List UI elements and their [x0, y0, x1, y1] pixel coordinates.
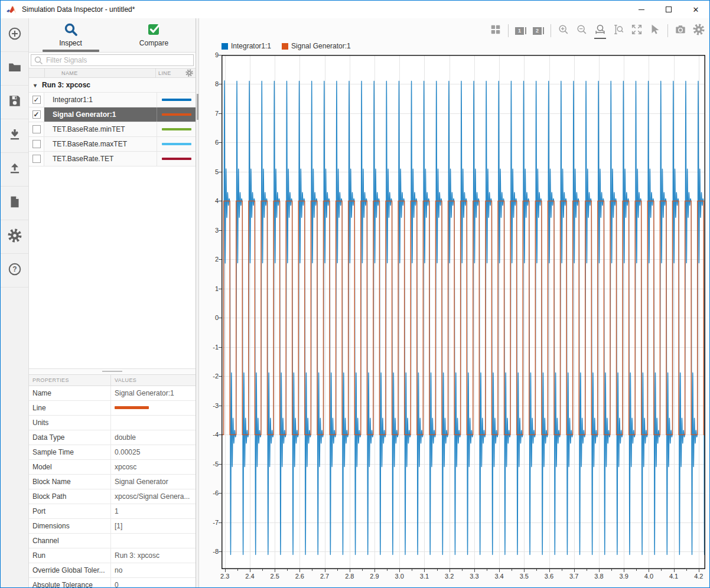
x-major-tick-mark: [524, 569, 525, 572]
pointer-button[interactable]: [649, 24, 661, 38]
signal-line-cell[interactable]: [157, 137, 196, 151]
signal-checkbox[interactable]: [32, 125, 41, 133]
y-tick-mark: [219, 55, 222, 55]
signals-panel: Inspect Compare: [29, 18, 196, 587]
plot-settings-button[interactable]: [693, 24, 705, 38]
signal-line-swatch: [162, 113, 191, 116]
property-value[interactable]: 0.00025: [110, 445, 196, 459]
save-session-button[interactable]: [1, 86, 28, 119]
property-label: Line: [29, 401, 110, 415]
preferences-button[interactable]: [1, 220, 28, 254]
signal-line-cell[interactable]: [157, 122, 196, 136]
tab-compare[interactable]: Compare: [112, 18, 196, 52]
property-label: Units: [29, 416, 110, 430]
zoom-out-button[interactable]: [576, 24, 588, 38]
signal-checkbox[interactable]: ✓: [32, 96, 41, 104]
panel-tabs: Inspect Compare: [29, 18, 196, 53]
property-value[interactable]: xpcosc: [110, 460, 196, 474]
signal-name[interactable]: TET.BaseRate.maxTET: [44, 137, 157, 151]
signal-line-cell[interactable]: [157, 93, 196, 107]
signal-name[interactable]: Signal Generator:1: [44, 107, 157, 122]
property-value[interactable]: 0: [110, 578, 196, 588]
signal-line-cell[interactable]: [157, 107, 196, 122]
y-tick-mark: [219, 318, 222, 318]
property-row: Absolute Tolerance0: [29, 578, 196, 588]
cursor-one-button[interactable]: 1: [515, 27, 526, 35]
signal-row[interactable]: TET.BaseRate.maxTET: [29, 137, 196, 152]
property-label: Absolute Tolerance: [29, 578, 110, 588]
property-value[interactable]: double: [110, 430, 196, 445]
column-settings-gear-icon[interactable]: [185, 69, 193, 77]
zoom-in-time-button[interactable]: [594, 24, 606, 38]
property-value[interactable]: xpcosc/Signal Genera...: [110, 489, 196, 504]
y-tick-mark: [219, 522, 222, 523]
collapse-arrow-icon[interactable]: ▾: [34, 82, 40, 89]
panel-scrollbar-thumb[interactable]: [197, 94, 198, 120]
property-value[interactable]: 1: [110, 504, 196, 518]
fit-to-view-icon: [631, 24, 643, 38]
signal-checkbox[interactable]: [32, 155, 41, 163]
x-minor-tick-mark: [661, 569, 662, 571]
name-column-header[interactable]: NAME: [44, 68, 155, 77]
signal-name[interactable]: TET.BaseRate.minTET: [44, 122, 157, 136]
layout-button[interactable]: [490, 24, 501, 38]
properties-header: PROPERTIES VALUES: [29, 374, 196, 386]
property-value[interactable]: [1]: [110, 519, 196, 533]
signal-line-cell[interactable]: [157, 152, 196, 166]
property-value[interactable]: Signal Generator: [110, 475, 196, 489]
filter-signals-input[interactable]: [46, 56, 193, 64]
cursor-two-button[interactable]: 2: [533, 27, 544, 35]
signal-row[interactable]: ✓Signal Generator:1: [29, 107, 196, 122]
x-minor-tick-mark: [312, 569, 312, 571]
new-session-button[interactable]: [1, 18, 28, 52]
close-button[interactable]: ✕: [682, 1, 709, 18]
property-value[interactable]: no: [110, 563, 196, 577]
signal-line-swatch: [162, 158, 191, 160]
signal-checkbox[interactable]: [32, 140, 41, 148]
export-data-icon: [8, 161, 22, 178]
property-value[interactable]: Signal Generator:1: [110, 386, 196, 400]
cursor-one-bar: [525, 27, 526, 34]
import-data-button[interactable]: [1, 119, 28, 153]
signal-checkbox-cell: [29, 152, 44, 166]
open-session-button[interactable]: [1, 52, 28, 86]
x-tick-label: 3.0: [395, 573, 404, 580]
create-report-button[interactable]: [1, 187, 28, 220]
property-row: Block NameSignal Generator: [29, 475, 196, 489]
export-data-button[interactable]: [1, 153, 28, 187]
help-button[interactable]: ?: [1, 254, 28, 288]
x-major-tick-mark: [549, 569, 550, 572]
signal-name[interactable]: Integrator1:1: [44, 93, 157, 107]
x-minor-tick-mark: [512, 569, 512, 571]
maximize-button[interactable]: [655, 1, 682, 18]
property-value[interactable]: [110, 416, 196, 430]
y-tick-mark: [219, 464, 222, 465]
signal-row[interactable]: TET.BaseRate.TET: [29, 152, 196, 166]
property-label: Block Name: [29, 475, 110, 489]
property-value[interactable]: [110, 401, 196, 415]
horizontal-splitter[interactable]: [29, 368, 196, 374]
property-label: Dimensions: [29, 519, 110, 533]
signal-row[interactable]: TET.BaseRate.minTET: [29, 122, 196, 137]
signal-checkbox[interactable]: ✓: [32, 110, 41, 119]
x-minor-tick-mark: [611, 569, 612, 571]
signal-line-swatch: [162, 143, 191, 145]
property-value[interactable]: Run 3: xpcosc: [110, 548, 196, 563]
property-value[interactable]: [110, 534, 196, 548]
line-column-header[interactable]: LINE: [155, 68, 183, 77]
run-group-row[interactable]: ▾ Run 3: xpcosc: [29, 78, 196, 93]
snapshot-button[interactable]: [675, 24, 686, 38]
maximize-icon: [666, 6, 672, 12]
tab-inspect[interactable]: Inspect: [29, 18, 112, 52]
zoom-in-button[interactable]: [558, 24, 569, 38]
zoom-in-y-button[interactable]: [613, 24, 624, 38]
help-icon: ?: [8, 262, 22, 279]
signal-row[interactable]: ✓Integrator1:1: [29, 93, 196, 107]
signal-name[interactable]: TET.BaseRate.TET: [44, 152, 157, 166]
signal-plot-canvas[interactable]: [222, 55, 705, 569]
minimize-button[interactable]: [628, 1, 655, 18]
y-tick-mark: [219, 376, 222, 377]
y-tick-mark: [219, 347, 222, 348]
properties-table: NameSignal Generator:1LineUnitsData Type…: [29, 386, 196, 588]
fit-to-view-button[interactable]: [631, 24, 643, 38]
